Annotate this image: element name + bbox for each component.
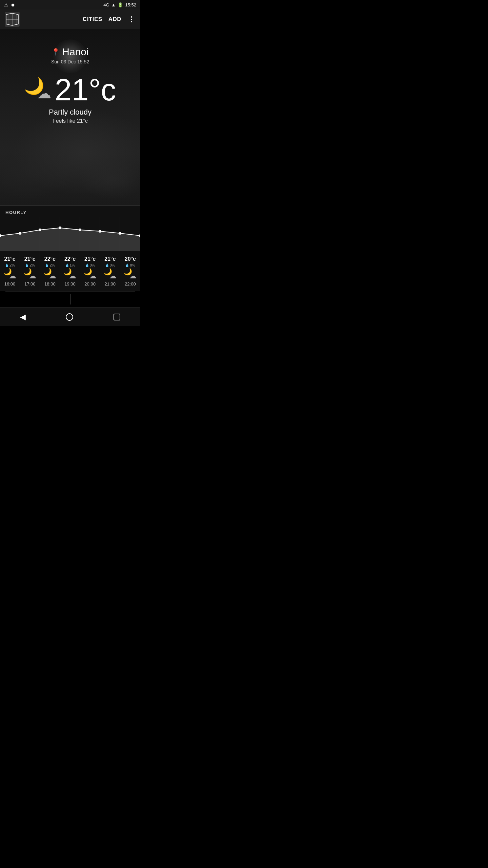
hour-cell: 21°c 💧2% 🌙 ☁ 17:00: [20, 251, 40, 291]
rain-icon: 💧: [65, 263, 69, 267]
temperature-row: 🌙 ☁ 21°c: [0, 75, 140, 105]
hour-precip: 💧1%: [65, 263, 75, 267]
hour-time: 16:00: [4, 281, 16, 287]
rain-icon: 💧: [125, 263, 129, 267]
record-icon: ⏺: [11, 2, 15, 7]
hour-precip: 💧0%: [85, 263, 95, 267]
hour-weather-icon: 🌙 ☁: [43, 268, 56, 280]
hour-cloud-icon: ☁: [129, 272, 137, 280]
hourly-grid: 21°c 💧2% 🌙 ☁ 16:00 21°c 💧2% 🌙 ☁ 17:00 22…: [0, 251, 140, 291]
city-name: 📍 Hanoi: [0, 46, 140, 58]
hour-precip: 💧2%: [25, 263, 35, 267]
hour-temp: 21°c: [84, 256, 96, 262]
cities-button[interactable]: CITIES: [83, 16, 102, 23]
nav-indicator: [0, 292, 140, 307]
rain-icon: 💧: [85, 263, 89, 267]
hour-weather-icon: 🌙 ☁: [104, 268, 117, 280]
weather-info: 📍 Hanoi Sun 03 Dec 15:52 🌙 ☁ 21°c Partly…: [0, 29, 140, 124]
bottom-navigation: ◀: [0, 307, 140, 326]
signal-icon: ▲: [111, 2, 116, 7]
hourly-label: HOURLY: [0, 205, 140, 217]
hour-cell: 22°c 💧1% 🌙 ☁ 19:00: [60, 251, 80, 291]
city-label: Hanoi: [62, 46, 88, 58]
hour-cell: 21°c 💧2% 🌙 ☁ 16:00: [0, 251, 20, 291]
hour-temp: 20°c: [125, 256, 136, 262]
hour-temp: 21°c: [104, 256, 116, 262]
recents-button[interactable]: [114, 314, 120, 320]
svg-point-8: [19, 232, 21, 235]
hour-weather-icon: 🌙 ☁: [3, 268, 16, 280]
cloud-icon: ☁: [37, 85, 51, 102]
hour-temp: 21°c: [24, 256, 36, 262]
hour-temp: 22°c: [44, 256, 56, 262]
hourly-section: HOURLY 21°c 💧: [0, 205, 140, 291]
rain-icon: 💧: [45, 263, 49, 267]
status-bar: ⚠ ⏺ 4G ▲ 🔋 15:52: [0, 0, 140, 9]
hour-cloud-icon: ☁: [9, 272, 16, 280]
weather-description: Partly cloudy: [0, 108, 140, 117]
hour-cloud-icon: ☁: [89, 272, 97, 280]
hour-cloud-icon: ☁: [29, 272, 36, 280]
hour-time: 21:00: [105, 281, 116, 287]
hour-precip: 💧2%: [45, 263, 55, 267]
hour-time: 17:00: [24, 281, 36, 287]
clock: 15:52: [125, 2, 136, 7]
current-weather-icon: 🌙 ☁: [24, 78, 51, 102]
hour-weather-icon: 🌙 ☁: [124, 268, 137, 280]
nav-bar: CITIES ADD: [0, 9, 140, 29]
hour-precip: 💧0%: [125, 263, 135, 267]
hour-precip: 💧0%: [105, 263, 115, 267]
more-menu-button[interactable]: [127, 15, 136, 23]
hour-time: 20:00: [84, 281, 96, 287]
svg-point-12: [99, 230, 101, 233]
warning-icon: ⚠: [4, 2, 8, 7]
hour-cell: 21°c 💧0% 🌙 ☁ 20:00: [80, 251, 100, 291]
add-button[interactable]: ADD: [108, 16, 121, 23]
hour-precip: 💧2%: [5, 263, 15, 267]
status-left-icons: ⚠ ⏺: [4, 2, 15, 7]
temperature-chart: [0, 217, 140, 251]
hour-cloud-icon: ☁: [109, 272, 117, 280]
svg-point-13: [119, 232, 121, 235]
hour-weather-icon: 🌙 ☁: [23, 268, 36, 280]
hour-cell: 21°c 💧0% 🌙 ☁ 21:00: [100, 251, 120, 291]
feels-like: Feels like 21°c: [0, 118, 140, 124]
hour-time: 22:00: [125, 281, 136, 287]
rain-icon: 💧: [5, 263, 9, 267]
temperature-value: 21°c: [55, 75, 116, 105]
location-pin-icon: 📍: [52, 48, 60, 56]
hour-temp: 22°c: [64, 256, 76, 262]
battery-icon: 🔋: [118, 2, 123, 7]
hour-cloud-icon: ☁: [69, 272, 76, 280]
hour-weather-icon: 🌙 ☁: [84, 268, 97, 280]
hour-temp: 21°c: [4, 256, 16, 262]
hour-cloud-icon: ☁: [49, 272, 56, 280]
rain-icon: 💧: [105, 263, 109, 267]
rain-icon: 💧: [25, 263, 29, 267]
hour-time: 18:00: [44, 281, 56, 287]
hour-cell: 22°c 💧2% 🌙 ☁ 18:00: [40, 251, 60, 291]
svg-point-10: [59, 226, 61, 229]
weather-card: 📍 Hanoi Sun 03 Dec 15:52 🌙 ☁ 21°c Partly…: [0, 29, 140, 205]
hour-cell: 20°c 💧0% 🌙 ☁ 22:00: [120, 251, 140, 291]
app-logo[interactable]: [5, 12, 20, 27]
svg-point-9: [39, 229, 41, 231]
home-button[interactable]: [66, 313, 73, 321]
hour-weather-icon: 🌙 ☁: [63, 268, 76, 280]
city-date: Sun 03 Dec 15:52: [0, 59, 140, 64]
nav-actions: CITIES ADD: [83, 15, 136, 23]
network-indicator: 4G: [103, 2, 109, 7]
svg-point-11: [79, 229, 81, 231]
back-button[interactable]: ◀: [20, 313, 26, 321]
hour-time: 19:00: [64, 281, 76, 287]
